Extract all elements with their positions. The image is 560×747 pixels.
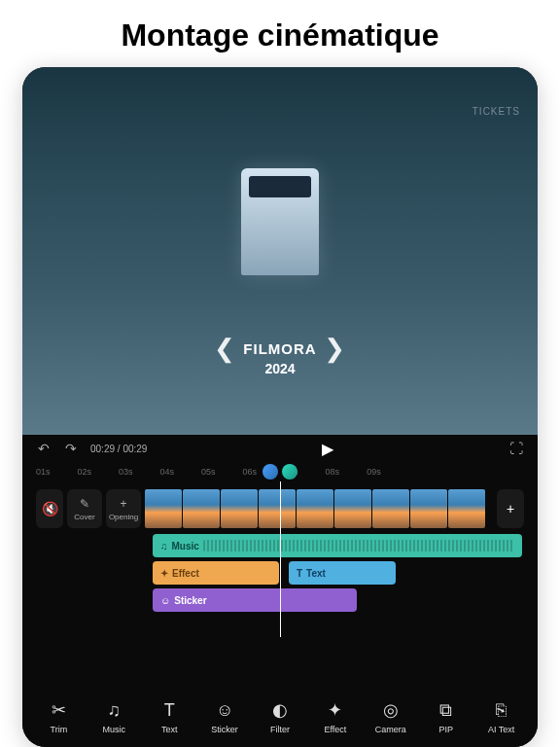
effect-icon: ✦ bbox=[328, 699, 342, 721]
clip[interactable] bbox=[410, 489, 447, 528]
undo-button[interactable]: ↶ bbox=[36, 441, 52, 456]
player-controls: ↶ ↷ 00:29 / 00:29 ▶ ⛶ bbox=[22, 435, 538, 462]
device-frame: TICKETS ❮ FILMORA ❮ 2024 ↶ ↷ 00:29 / 00:… bbox=[22, 67, 538, 747]
clip[interactable] bbox=[334, 489, 371, 528]
music-tool[interactable]: ♫Music bbox=[88, 692, 141, 742]
redo-button[interactable]: ↷ bbox=[63, 441, 79, 456]
pip-tool[interactable]: ⧉PIP bbox=[419, 692, 472, 742]
waveform bbox=[203, 540, 514, 551]
ruler-mark: 02s bbox=[78, 467, 92, 477]
ruler-mark: 08s bbox=[326, 467, 340, 477]
keyframe-markers[interactable] bbox=[262, 464, 298, 480]
sticker-icon: ☺ bbox=[216, 699, 233, 721]
trim-tool[interactable]: ✂Trim bbox=[32, 692, 86, 742]
clip[interactable] bbox=[221, 489, 258, 528]
clip[interactable] bbox=[448, 489, 485, 528]
sticker-track[interactable]: ☺Sticker bbox=[153, 588, 357, 612]
effect-track[interactable]: ✦Effect bbox=[153, 561, 279, 585]
time-ruler[interactable]: 01s 02s 03s 04s 05s 06s 07s 08s 09s bbox=[22, 462, 538, 481]
laurel-right-icon: ❮ bbox=[325, 334, 346, 364]
fullscreen-button[interactable]: ⛶ bbox=[508, 441, 524, 456]
play-button[interactable]: ▶ bbox=[320, 441, 335, 456]
ruler-mark: 04s bbox=[160, 467, 175, 477]
cover-button[interactable]: ✎Cover bbox=[67, 489, 102, 528]
ruler-mark: 09s bbox=[367, 467, 381, 477]
clip[interactable] bbox=[372, 489, 409, 528]
ai-text-icon: ⎘ bbox=[496, 699, 507, 721]
time-display: 00:29 / 00:29 bbox=[90, 444, 147, 454]
pip-icon: ⧉ bbox=[439, 699, 452, 721]
clip[interactable] bbox=[145, 489, 182, 528]
camera-tool[interactable]: ◎Camera bbox=[364, 692, 417, 742]
tickets-sign: TICKETS bbox=[472, 106, 520, 117]
text-icon: T bbox=[164, 699, 175, 721]
ruler-mark: 01s bbox=[36, 467, 51, 477]
playhead[interactable] bbox=[280, 481, 281, 637]
ruler-mark: 05s bbox=[201, 467, 216, 477]
clip[interactable] bbox=[259, 489, 296, 528]
timeline[interactable]: 🔇 ✎Cover +Opening + ♫Music ✦Effect TText… bbox=[22, 481, 538, 687]
preview-subject bbox=[241, 168, 319, 275]
laurel-text: FILMORA bbox=[243, 340, 316, 357]
scissors-icon: ✂ bbox=[52, 699, 66, 721]
music-icon: ♫ bbox=[108, 699, 122, 721]
video-preview[interactable]: TICKETS ❮ FILMORA ❮ 2024 bbox=[22, 67, 538, 435]
ruler-mark: 03s bbox=[119, 467, 133, 477]
clip[interactable] bbox=[297, 489, 333, 528]
effect-tool[interactable]: ✦Effect bbox=[308, 692, 362, 742]
text-tool[interactable]: TText bbox=[143, 692, 196, 742]
bottom-toolbar: ✂Trim ♫Music TText ☺Sticker ◐Filter ✦Eff… bbox=[22, 687, 538, 747]
filter-icon: ◐ bbox=[272, 699, 288, 721]
opening-button[interactable]: +Opening bbox=[106, 489, 141, 528]
ruler-mark: 06s bbox=[243, 467, 258, 477]
clip[interactable] bbox=[183, 489, 220, 528]
ai-text-tool[interactable]: ⎘AI Text bbox=[474, 692, 528, 742]
mute-button[interactable]: 🔇 bbox=[36, 489, 63, 528]
camera-icon: ◎ bbox=[383, 699, 399, 721]
text-track[interactable]: TText bbox=[289, 561, 396, 585]
sticker-tool[interactable]: ☺Sticker bbox=[198, 692, 252, 742]
video-clips[interactable] bbox=[145, 489, 493, 528]
filter-tool[interactable]: ◐Filter bbox=[254, 692, 307, 742]
laurel-left-icon: ❮ bbox=[214, 334, 235, 364]
laurel-overlay: ❮ FILMORA ❮ 2024 bbox=[214, 334, 345, 376]
music-track[interactable]: ♫Music bbox=[153, 534, 522, 557]
add-clip-button[interactable]: + bbox=[497, 489, 524, 528]
page-headline: Montage cinématique bbox=[121, 18, 438, 53]
